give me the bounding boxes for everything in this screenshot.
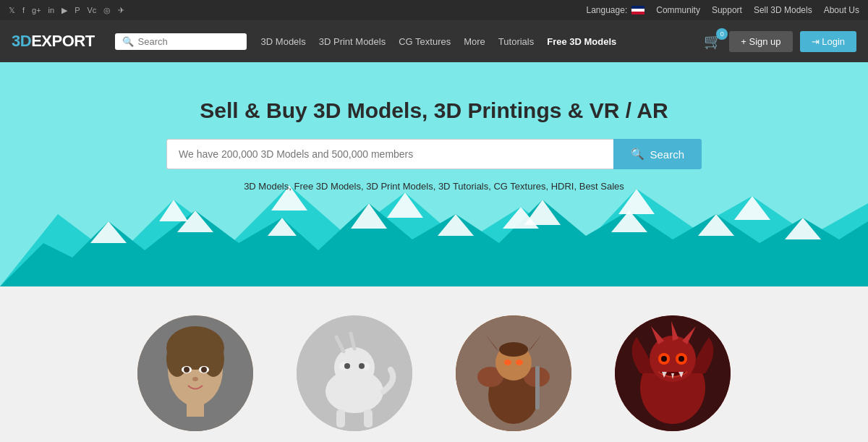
nav-links: 3D Models 3D Print Models CG Textures Mo…	[261, 36, 690, 47]
pinterest-icon[interactable]: P	[75, 6, 80, 14]
logo-export: EXPORT	[31, 32, 94, 50]
cart-badge: 0	[716, 28, 728, 40]
about-link[interactable]: About Us	[824, 5, 859, 15]
googleplus-icon[interactable]: g+	[32, 6, 41, 14]
warrior-svg	[456, 315, 571, 431]
svg-point-53	[661, 356, 667, 362]
logo-3d: 3D	[12, 32, 31, 50]
sell-link[interactable]: Sell 3D Models	[754, 5, 812, 15]
svg-point-36	[359, 363, 365, 369]
svg-rect-27	[187, 402, 204, 417]
language-selector[interactable]: Language:	[586, 5, 644, 15]
twitter-icon[interactable]: 𝕏	[9, 6, 15, 15]
hero-search-input[interactable]	[166, 139, 613, 169]
hero-search-label: Search	[650, 148, 684, 161]
product-image-face[interactable]	[137, 315, 253, 431]
telegram-icon[interactable]: ✈	[118, 6, 124, 15]
svg-point-45	[504, 360, 511, 365]
hero-search-row: 🔍 Search	[166, 139, 702, 169]
nav-3d-models[interactable]: 3D Models	[261, 36, 306, 47]
svg-rect-37	[336, 409, 345, 428]
nav-search-input[interactable]	[138, 36, 239, 47]
linkedin-icon[interactable]: in	[48, 6, 55, 14]
social-icons: 𝕏 f g+ in ▶ P Vc ◎ ✈	[9, 6, 124, 15]
product-image-creature[interactable]	[615, 315, 731, 431]
svg-point-46	[516, 360, 523, 365]
hero-section: Sell & Buy 3D Models, 3D Printings & VR …	[0, 62, 868, 286]
instagram-icon[interactable]: ◎	[103, 6, 111, 15]
vk-icon[interactable]: Vc	[88, 6, 97, 14]
product-image-warrior[interactable]	[456, 315, 571, 431]
product-image-animal[interactable]	[297, 315, 412, 431]
nav-tutorials[interactable]: Tutorials	[498, 36, 534, 47]
top-right-nav: Language: Community Support Sell 3D Mode…	[586, 5, 859, 15]
nav-cg-textures[interactable]: CG Textures	[399, 36, 451, 47]
login-button[interactable]: ⇥ Login	[800, 31, 856, 52]
svg-point-25	[201, 367, 207, 373]
top-bar: 𝕏 f g+ in ▶ P Vc ◎ ✈ Language: Community…	[0, 0, 868, 20]
hero-title: Sell & Buy 3D Models, 3D Printings & VR …	[200, 98, 668, 123]
svg-point-26	[192, 377, 198, 381]
nav-free-3d-models[interactable]: Free 3D Models	[547, 36, 616, 47]
nav-right: 🛒 0 + Sign up ⇥ Login	[704, 31, 856, 52]
svg-rect-47	[535, 366, 540, 409]
face-svg	[137, 315, 253, 431]
community-link[interactable]: Community	[656, 5, 700, 15]
products-section	[0, 286, 868, 442]
logo[interactable]: 3DEXPORT	[12, 32, 95, 51]
nav-more[interactable]: More	[464, 36, 485, 47]
main-nav: 3DEXPORT 🔍 3D Models 3D Print Models CG …	[0, 20, 868, 62]
svg-point-35	[344, 363, 350, 369]
svg-point-24	[184, 367, 190, 373]
svg-point-44	[499, 342, 528, 357]
signup-button[interactable]: + Sign up	[729, 31, 792, 52]
svg-rect-38	[364, 409, 373, 428]
nav-search-box[interactable]: 🔍	[115, 33, 247, 50]
search-icon: 🔍	[122, 36, 134, 47]
youtube-icon[interactable]: ▶	[61, 6, 67, 15]
flag-icon	[631, 6, 644, 14]
hero-search-button[interactable]: 🔍 Search	[613, 139, 702, 169]
language-label: Language:	[586, 5, 627, 15]
support-link[interactable]: Support	[712, 5, 742, 15]
cart-button[interactable]: 🛒 0	[704, 33, 722, 50]
hero-category-links[interactable]: 3D Models, Free 3D Models, 3D Print Mode…	[244, 181, 624, 192]
nav-3d-print-models[interactable]: 3D Print Models	[319, 36, 386, 47]
animal-svg	[297, 315, 412, 431]
creature-svg	[615, 315, 731, 431]
search-icon: 🔍	[631, 148, 644, 161]
facebook-icon[interactable]: f	[22, 6, 25, 14]
svg-point-54	[678, 356, 684, 362]
